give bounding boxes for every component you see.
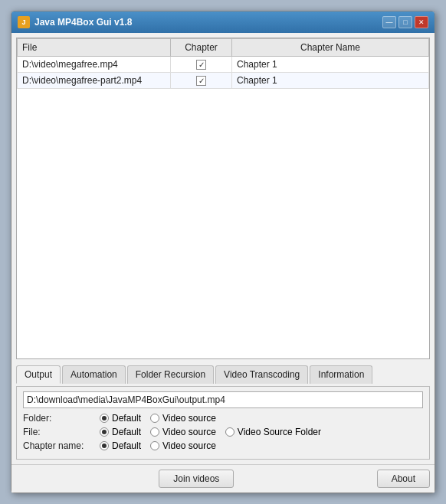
folder-default-radio[interactable]: Default (100, 413, 141, 424)
folder-videosource-radio-btn[interactable] (150, 414, 159, 423)
chapter-name-videosource-label: Video source (162, 440, 216, 451)
tab-folder-recursion[interactable]: Folder Recursion (127, 365, 214, 384)
chapter-name-videosource-radio-btn[interactable] (150, 441, 159, 450)
maximize-button[interactable]: □ (398, 16, 412, 28)
chapter-cell[interactable]: ✓ (171, 73, 232, 89)
title-bar: J Java MP4Box Gui v1.8 — □ ✕ (11, 11, 435, 33)
minimize-button[interactable]: — (382, 16, 396, 28)
chapter-name-default-radio[interactable]: Default (100, 440, 141, 451)
chapter-name-videosource-radio[interactable]: Video source (150, 440, 216, 451)
bottom-bar: Join videos About (11, 464, 435, 493)
file-default-label: Default (112, 427, 141, 437)
tab-panel: Folder: Default Video source File: (16, 386, 430, 460)
tab-video-transcoding[interactable]: Video Transcoding (215, 365, 308, 384)
title-bar-left: J Java MP4Box Gui v1.8 (18, 16, 132, 28)
table-header-row: File Chapter Chapter Name (18, 39, 429, 57)
file-videosource-radio[interactable]: Video source (150, 427, 216, 437)
folder-radio-group: Default Video source (100, 413, 216, 424)
chapter-name-option-row: Chapter name: Default Video source (23, 440, 423, 451)
chapter-column-header: Chapter (171, 39, 232, 57)
chapter-name-column-header: Chapter Name (232, 39, 429, 57)
chapter-name-default-radio-btn[interactable] (100, 441, 109, 450)
close-button[interactable]: ✕ (415, 16, 428, 28)
title-buttons: — □ ✕ (382, 16, 428, 28)
file-videosource-radio-btn[interactable] (150, 427, 159, 437)
file-cell: D:\video\megafree.mp4 (18, 57, 171, 73)
file-label: File: (23, 427, 92, 437)
file-table-container: File Chapter Chapter Name D:\video\megaf… (16, 38, 430, 359)
about-button[interactable]: About (377, 470, 430, 488)
table-row: D:\video\megafree.mp4 ✓ Chapter 1 (18, 57, 429, 73)
chapter-checkbox[interactable]: ✓ (196, 60, 206, 70)
chapter-name-radio-group: Default Video source (100, 440, 216, 451)
app-icon: J (18, 16, 30, 28)
chapter-name-cell: Chapter 1 (232, 73, 429, 89)
table-row: D:\video\megafree-part2.mp4 ✓ Chapter 1 (18, 73, 429, 89)
file-videosource-label: Video source (162, 427, 216, 437)
file-column-header: File (18, 39, 171, 57)
folder-default-radio-btn[interactable] (100, 414, 109, 423)
join-videos-button[interactable]: Join videos (159, 470, 234, 488)
chapter-name-cell: Chapter 1 (232, 57, 429, 73)
folder-option-row: Folder: Default Video source (23, 413, 423, 424)
file-videosourcefolder-label: Video Source Folder (238, 427, 321, 437)
file-radio-group: Default Video source Video Source Folder (100, 427, 321, 437)
chapter-name-label: Chapter name: (23, 440, 92, 451)
tabs-container: OutputAutomationFolder RecursionVideo Tr… (16, 362, 430, 384)
chapter-checkbox[interactable]: ✓ (196, 76, 206, 86)
file-default-radio-btn[interactable] (100, 427, 109, 437)
tab-automation[interactable]: Automation (62, 365, 126, 384)
folder-videosource-radio[interactable]: Video source (150, 413, 216, 424)
file-videosourcefolder-radio-btn[interactable] (225, 427, 234, 437)
folder-default-label: Default (112, 413, 141, 424)
window-content: File Chapter Chapter Name D:\video\megaf… (11, 33, 435, 464)
file-option-row: File: Default Video source Video Source … (23, 427, 423, 437)
chapter-cell[interactable]: ✓ (171, 57, 232, 73)
chapter-name-default-label: Default (112, 440, 141, 451)
output-path-input[interactable] (23, 391, 423, 408)
folder-label: Folder: (23, 413, 92, 424)
main-window: J Java MP4Box Gui v1.8 — □ ✕ File Chapte… (11, 11, 435, 493)
tab-information[interactable]: Information (310, 365, 372, 384)
file-table: File Chapter Chapter Name D:\video\megaf… (17, 38, 429, 89)
tab-output[interactable]: Output (16, 365, 61, 384)
file-videosourcefolder-radio[interactable]: Video Source Folder (225, 427, 321, 437)
file-cell: D:\video\megafree-part2.mp4 (18, 73, 171, 89)
folder-videosource-label: Video source (162, 413, 216, 424)
file-default-radio[interactable]: Default (100, 427, 141, 437)
window-title: Java MP4Box Gui v1.8 (34, 17, 132, 28)
